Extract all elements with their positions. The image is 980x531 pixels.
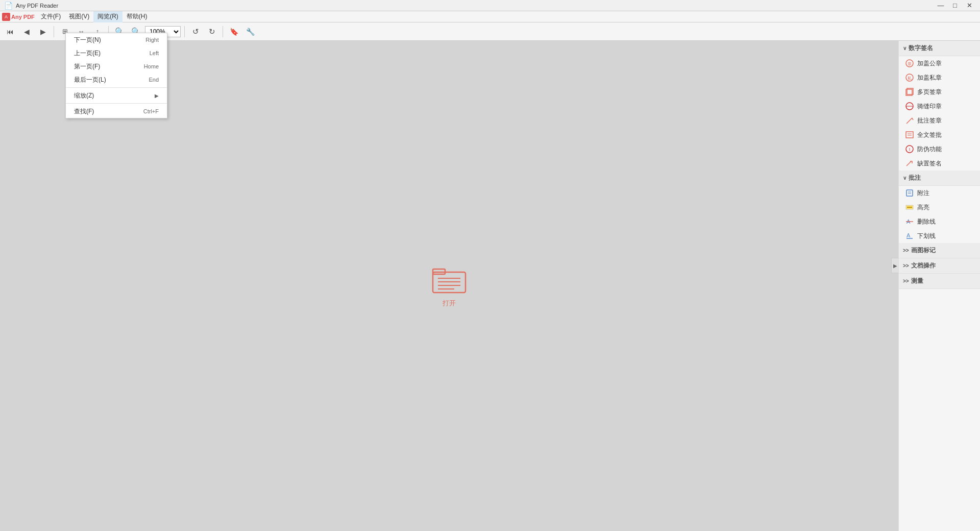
- section-doc-operation[interactable]: >> 文档操作: [899, 258, 980, 274]
- batch-sign-icon: [905, 116, 914, 125]
- toolbar-btn-2[interactable]: ◀: [19, 25, 34, 39]
- dropdown-prev-page-label: 上一页(E): [74, 49, 101, 58]
- separator-1: [54, 26, 54, 37]
- dropdown-next-page[interactable]: 下一页(N) Right: [66, 33, 167, 46]
- section-digital-signature[interactable]: ∨ 数字签名: [899, 41, 980, 56]
- sidebar-item-highlight[interactable]: 高亮: [899, 200, 980, 214]
- toolbar-rotate-left[interactable]: ↺: [188, 25, 203, 39]
- toolbar-btn-3[interactable]: ▶: [36, 25, 50, 39]
- sidebar-item-batch-sign[interactable]: 批注签章: [899, 113, 980, 128]
- highlight-icon: [905, 203, 914, 212]
- menu-bar: A Any PDF 文件(F) 视图(V) 阅览(R) 帮助(H): [0, 11, 980, 22]
- sidebar-item-missing-sign[interactable]: 缺置签名: [899, 156, 980, 171]
- svg-line-21: [906, 161, 911, 166]
- menu-help[interactable]: 帮助(H): [122, 11, 152, 22]
- attach-label: 附注: [917, 189, 929, 198]
- dropdown-zoom[interactable]: 缩放(Z) ▶: [66, 89, 167, 102]
- add-private-seal-label: 加盖私章: [917, 74, 942, 82]
- sidebar-item-shrink-seal[interactable]: 骑缝印章: [899, 99, 980, 113]
- toolbar-rotate-right[interactable]: ↻: [205, 25, 219, 39]
- fulltext-sign-label: 全文签批: [917, 131, 942, 139]
- sidebar-item-fulltext-sign[interactable]: 全文签批: [899, 128, 980, 142]
- open-file-area[interactable]: 打开: [431, 264, 468, 308]
- anti-fake-label: 防伪功能: [917, 145, 942, 154]
- app-icon: 📄: [4, 2, 13, 10]
- strikethrough-label: 删除线: [917, 218, 936, 226]
- toolbar-tool[interactable]: 🔧: [243, 25, 257, 39]
- logo-text: Any PDF: [11, 14, 35, 20]
- toolbar-bookmark[interactable]: 🔖: [227, 25, 241, 39]
- dropdown-prev-page-shortcut: Left: [150, 50, 159, 56]
- anti-fake-icon: !: [905, 144, 914, 154]
- dropdown-zoom-label: 缩放(Z): [74, 91, 94, 100]
- svg-line-14: [906, 118, 912, 124]
- missing-sign-icon: [905, 159, 914, 168]
- restore-button[interactable]: □: [948, 1, 962, 10]
- dropdown-last-page-label: 最后一页(L): [74, 76, 106, 84]
- menu-view[interactable]: 视图(V): [65, 11, 93, 22]
- collapse-arrow-icon: ▶: [893, 263, 897, 269]
- batch-sign-label: 批注签章: [917, 116, 942, 125]
- svg-rect-16: [906, 132, 913, 138]
- dropdown-last-page[interactable]: 最后一页(L) End: [66, 73, 167, 86]
- menu-file[interactable]: 文件(F): [37, 11, 65, 22]
- multi-page-seal-label: 多页签章: [917, 88, 942, 96]
- sidebar-item-anti-fake[interactable]: ! 防伪功能: [899, 142, 980, 156]
- close-button[interactable]: ✕: [963, 1, 976, 10]
- right-sidebar: ∨ 数字签名 章 加盖公章 私 加盖私章 多页签章 骑缝印章 批注签章 全文签批…: [898, 41, 980, 531]
- dropdown-last-page-shortcut: End: [149, 77, 159, 83]
- dropdown-first-page-shortcut: Home: [144, 63, 159, 69]
- sidebar-item-add-public-seal[interactable]: 章 加盖公章: [899, 56, 980, 70]
- dropdown-find[interactable]: 查找(F) Ctrl+F: [66, 105, 167, 118]
- svg-rect-22: [906, 190, 913, 196]
- title-bar-left: 📄 Any PDF Reader: [4, 2, 58, 10]
- section-drawing-mark-label: 画图标记: [911, 246, 936, 255]
- add-public-seal-label: 加盖公章: [917, 59, 942, 68]
- seal-icon: 章: [905, 59, 914, 68]
- toolbar-btn-1[interactable]: ⏮: [3, 25, 17, 39]
- open-label: 打开: [443, 299, 456, 308]
- private-seal-icon: 私: [905, 73, 914, 82]
- separator-4: [223, 26, 223, 37]
- menu-browse[interactable]: 阅览(R): [93, 11, 122, 22]
- underline-icon: A: [905, 231, 914, 240]
- dropdown-first-page-label: 第一页(F): [74, 62, 100, 71]
- sidebar-item-multi-page-seal[interactable]: 多页签章: [899, 85, 980, 99]
- dropdown-first-page[interactable]: 第一页(F) Home: [66, 60, 167, 73]
- section-measure-label: 测量: [911, 277, 923, 285]
- folder-open-icon: [431, 264, 468, 295]
- dropdown-prev-page[interactable]: 上一页(E) Left: [66, 46, 167, 60]
- title-bar: 📄 Any PDF Reader — □ ✕: [0, 0, 980, 11]
- svg-text:!: !: [909, 147, 911, 152]
- sidebar-item-add-private-seal[interactable]: 私 加盖私章: [899, 70, 980, 85]
- chevron-right-icon-1: >>: [903, 248, 909, 253]
- chevron-right-icon-3: >>: [903, 278, 909, 284]
- chevron-down-icon-2: ∨: [903, 175, 906, 181]
- minimize-button[interactable]: —: [934, 1, 947, 10]
- dropdown-next-page-label: 下一页(N): [74, 36, 101, 44]
- highlight-label: 高亮: [917, 203, 929, 212]
- app-logo-icon: A: [2, 13, 10, 21]
- section-annotation-label: 批注: [909, 174, 921, 182]
- chevron-right-icon-2: >>: [903, 263, 909, 269]
- section-annotation[interactable]: ∨ 批注: [899, 171, 980, 186]
- sidebar-item-underline[interactable]: A 下划线: [899, 229, 980, 243]
- svg-text:章: 章: [908, 62, 912, 66]
- underline-label: 下划线: [917, 232, 936, 240]
- title-bar-controls: — □ ✕: [934, 1, 976, 10]
- section-digital-signature-label: 数字签名: [909, 44, 933, 53]
- strikethrough-icon: A: [905, 217, 914, 226]
- divider-2: [66, 103, 167, 104]
- sidebar-item-attach[interactable]: 附注: [899, 186, 980, 200]
- dropdown-find-label: 查找(F): [74, 107, 94, 116]
- fulltext-sign-icon: [905, 130, 914, 139]
- section-measure[interactable]: >> 测量: [899, 274, 980, 289]
- section-drawing-mark[interactable]: >> 画图标记: [899, 243, 980, 258]
- chevron-down-icon: ∨: [903, 45, 906, 51]
- svg-text:私: 私: [908, 76, 912, 81]
- logo-area: A Any PDF: [2, 13, 35, 21]
- sidebar-collapse-tab[interactable]: ▶: [891, 258, 898, 273]
- app-title: Any PDF Reader: [16, 3, 58, 9]
- sidebar-item-strikethrough[interactable]: A 删除线: [899, 214, 980, 229]
- shrink-seal-icon: [905, 102, 914, 111]
